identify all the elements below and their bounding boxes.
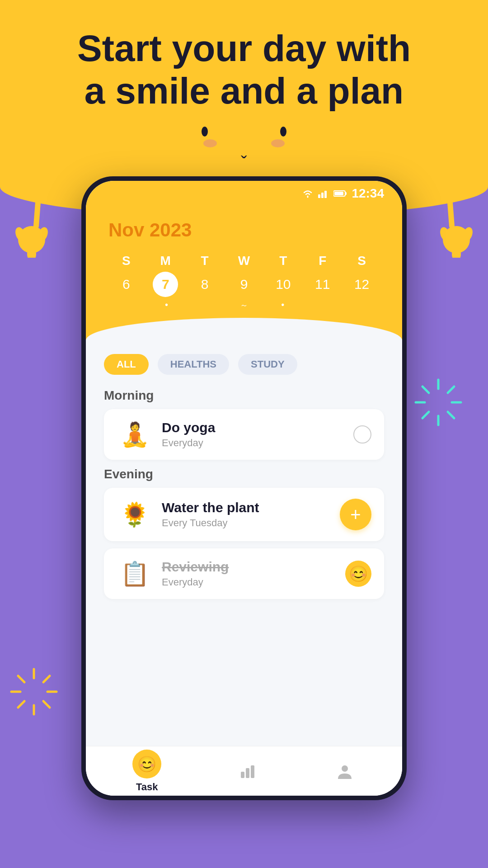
calendar-days[interactable]: 6 7 8 9 10 11 12 <box>108 272 380 297</box>
calendar-dots: • ～ • <box>108 297 380 318</box>
status-icons: 12:34 <box>302 186 384 201</box>
task-yoga-info: Do yoga Everyday <box>162 420 344 449</box>
nav-task[interactable]: 😊 Task <box>132 750 161 793</box>
svg-rect-32 <box>241 772 244 778</box>
task-plant-subtitle: Every Tuesday <box>162 517 331 529</box>
right-eye <box>280 127 286 137</box>
svg-line-5 <box>447 167 452 226</box>
calendar-day-headers: S M T W T F S <box>108 250 380 272</box>
cal-header-W: W <box>226 250 262 272</box>
battery-icon <box>333 190 347 197</box>
task-review-title: Reviewing <box>162 559 336 575</box>
svg-line-25 <box>18 701 24 708</box>
status-bar: 12:34 <box>86 181 402 206</box>
task-plant-title: Water the plant <box>162 500 331 515</box>
filter-study[interactable]: STUDY <box>238 354 297 375</box>
nav-profile[interactable] <box>334 760 356 782</box>
svg-line-23 <box>43 701 50 708</box>
wave-separator <box>86 318 402 340</box>
header-section: Start your day with a smile and a plan <box>0 27 488 113</box>
signal-icon <box>318 189 329 198</box>
cal-day-9[interactable]: 9 <box>231 272 257 297</box>
task-review-subtitle: Everyday <box>162 576 336 588</box>
dot-thu: • <box>263 300 302 311</box>
svg-rect-34 <box>251 765 254 778</box>
bottom-navigation: 😊 Task <box>86 746 402 796</box>
smiley-face-decoration: ˇ <box>202 127 286 173</box>
task-review-info: Reviewing Everyday <box>162 559 336 588</box>
face-eyes <box>202 127 286 137</box>
month-year-label: Nov 2023 <box>108 219 380 241</box>
svg-line-0 <box>36 167 41 226</box>
nav-profile-icon[interactable] <box>334 760 356 782</box>
cyan-sparkle-decoration <box>411 375 465 429</box>
yellow-sparkle-decoration <box>7 665 61 719</box>
cal-header-S1: S <box>108 250 144 272</box>
cal-day-11[interactable]: 11 <box>310 272 335 297</box>
task-reviewing[interactable]: 📋 Reviewing Everyday 😊 <box>104 548 384 599</box>
nav-stats[interactable] <box>237 760 258 782</box>
svg-line-14 <box>422 387 429 393</box>
nav-stats-icon[interactable] <box>237 760 258 782</box>
svg-rect-26 <box>318 194 320 198</box>
svg-line-24 <box>43 676 50 682</box>
svg-rect-30 <box>345 192 347 195</box>
cal-header-T2: T <box>265 250 301 272</box>
task-review-emoji: 📋 <box>117 560 153 588</box>
face-cheeks <box>203 139 285 147</box>
filter-all[interactable]: ALL <box>104 354 149 375</box>
section-morning: Morning <box>104 388 384 403</box>
dot-tue: • <box>147 300 186 311</box>
svg-line-22 <box>18 676 24 682</box>
task-plant-emoji: 🌻 <box>117 501 153 528</box>
task-done-smile[interactable]: 😊 <box>345 561 371 587</box>
phone-mockup: 12:34 Nov 2023 S M T W T F S 6 7 8 9 10 … <box>81 176 407 800</box>
nav-task-icon[interactable]: 😊 <box>132 750 161 778</box>
face-mouth: ˇ <box>241 153 247 173</box>
right-cheek <box>271 139 285 147</box>
cal-day-6[interactable]: 6 <box>113 272 139 297</box>
header-title: Start your day with a smile and a plan <box>0 27 488 113</box>
task-do-yoga[interactable]: 🧘 Do yoga Everyday <box>104 409 384 460</box>
add-task-button[interactable]: + <box>340 499 371 530</box>
svg-rect-28 <box>324 191 327 198</box>
task-yoga-check[interactable] <box>353 425 371 443</box>
cal-day-8[interactable]: 8 <box>192 272 217 297</box>
left-cheek <box>203 139 217 147</box>
main-content: ALL HEALTHS STUDY Morning 🧘 Do yoga Ever… <box>86 340 402 746</box>
svg-line-16 <box>448 387 454 393</box>
left-eye <box>202 127 208 137</box>
left-arm-decoration <box>9 167 54 258</box>
filter-row: ALL HEALTHS STUDY <box>104 354 384 375</box>
calendar-section: Nov 2023 S M T W T F S 6 7 8 9 10 11 12 <box>86 206 402 318</box>
cal-day-7[interactable]: 7 <box>153 272 178 297</box>
svg-line-15 <box>448 412 454 418</box>
nav-task-label: Task <box>136 781 158 793</box>
phone-screen: 12:34 Nov 2023 S M T W T F S 6 7 8 9 10 … <box>86 181 402 796</box>
filter-healths[interactable]: HEALTHS <box>158 354 229 375</box>
section-evening: Evening <box>104 467 384 481</box>
cal-header-F: F <box>305 250 340 272</box>
wifi-icon <box>302 189 314 198</box>
svg-point-35 <box>342 765 348 772</box>
cal-header-T1: T <box>187 250 223 272</box>
svg-rect-31 <box>334 192 343 195</box>
cal-header-S2: S <box>344 250 380 272</box>
svg-rect-33 <box>246 768 249 778</box>
wave-wed: ～ <box>225 300 263 311</box>
svg-line-17 <box>422 412 429 418</box>
cal-header-M: M <box>148 250 183 272</box>
task-yoga-title: Do yoga <box>162 420 344 435</box>
task-plant-info: Water the plant Every Tuesday <box>162 500 331 529</box>
status-time: 12:34 <box>352 186 384 201</box>
svg-rect-27 <box>321 193 324 198</box>
cal-day-10[interactable]: 10 <box>271 272 296 297</box>
task-water-plant[interactable]: 🌻 Water the plant Every Tuesday + <box>104 488 384 541</box>
right-arm-decoration <box>434 167 479 258</box>
task-yoga-emoji: 🧘 <box>117 421 153 448</box>
cal-day-12[interactable]: 12 <box>349 272 375 297</box>
task-yoga-subtitle: Everyday <box>162 437 344 449</box>
